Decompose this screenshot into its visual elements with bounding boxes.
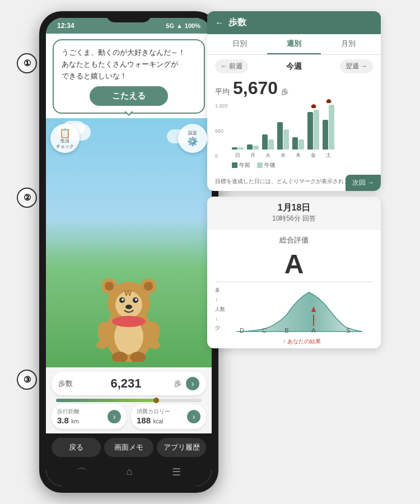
bell-svg-wrapper: D C B A S ↑ あなたの結果	[231, 287, 373, 346]
y-top: 1,920	[215, 103, 228, 109]
steps-value: 6,231	[78, 376, 174, 391]
steps-progress-fill	[56, 399, 158, 402]
steps-unit: 歩	[174, 379, 181, 389]
svg-rect-14	[119, 319, 139, 324]
answer-button[interactable]: こたえる	[90, 86, 168, 106]
distance-detail-button[interactable]: ›	[108, 410, 121, 423]
current-week-label: 今週	[253, 62, 335, 72]
bar-day-label-水: 水	[281, 152, 286, 159]
y-mid: 960	[215, 128, 228, 134]
svg-point-4	[105, 282, 114, 291]
eval-header: 1月18日 10時56分 回答	[207, 197, 381, 230]
chart-bars: 日月火水木🌰金🌰土	[232, 103, 373, 159]
life-check-label: 生活チェック	[56, 138, 74, 149]
svg-text:A: A	[311, 327, 316, 334]
calories-stat: 消費カロリー 188 kcal ›	[131, 404, 206, 429]
eval-divider	[215, 282, 373, 282]
distance-stat: 歩行距離 3.8 km ›	[52, 404, 127, 429]
legend-morning-label: 午前	[239, 161, 250, 169]
calories-unit: kcal	[153, 418, 163, 424]
y-few: 少	[215, 324, 225, 332]
week-nav: ← 前週 今週 翌週 →	[207, 55, 381, 78]
sub-stats: 歩行距離 3.8 km › 消費カロリー 188 kcal	[52, 404, 206, 429]
eval-date: 1月18日	[215, 202, 373, 214]
bar-day-label-金: 金	[311, 152, 316, 159]
steps-progress-bar	[56, 399, 202, 402]
settings-button[interactable]: 設定 ⚙️	[178, 124, 207, 153]
bar-morning-水	[277, 122, 283, 150]
bar-day-label-日: 日	[235, 152, 240, 159]
system-navigation: ⌒ ⌂ ☰	[46, 461, 212, 486]
y-many: 多	[215, 287, 225, 294]
distance-value: 3.8	[57, 416, 69, 425]
speech-text: うごくま、動くのが大好きなんだ～！あなたともたくさんウォーキングができると嬉しい…	[62, 47, 196, 82]
y-people: 人数	[215, 306, 225, 313]
recent-system-button[interactable]: ☰	[172, 466, 181, 479]
circle-marker-3: ③	[17, 370, 37, 390]
circle-marker-2: ②	[17, 188, 37, 208]
bottom-navigation: 戻る 画面メモ アプリ履歴	[46, 433, 212, 461]
bar-pair-木	[292, 137, 304, 150]
prev-week-button[interactable]: ← 前週	[215, 59, 248, 73]
your-result-text: あなたの結果	[287, 338, 321, 344]
back-button[interactable]: 戻る	[52, 438, 101, 457]
bar-chart: 1,920 960 0 日月火水木🌰金🌰土	[215, 103, 373, 159]
bar-afternoon-日	[238, 147, 244, 150]
legend-afternoon-label: 午後	[264, 161, 276, 169]
memo-button[interactable]: 画面メモ	[104, 438, 153, 457]
your-result-label: ↑ あなたの結果	[231, 338, 373, 346]
svg-text:C: C	[262, 327, 267, 334]
bar-group-月: 月	[247, 143, 259, 159]
bar-day-label-月: 月	[250, 152, 255, 159]
chart-y-labels: 1,920 960 0	[215, 103, 228, 159]
bar-pair-火	[262, 134, 274, 150]
life-check-button[interactable]: 📋 生活チェック	[50, 124, 80, 153]
bar-afternoon-木	[298, 139, 304, 150]
back-system-button[interactable]: ⌒	[77, 466, 87, 479]
circle-marker-1: ①	[17, 53, 37, 73]
tab-monthly[interactable]: 月別	[321, 34, 375, 54]
svg-point-11	[135, 298, 137, 301]
phone-shell: 12:34 5G ▲ 100% うごくま、動くのが大好きなんだ～！あなたともたく…	[39, 11, 218, 493]
bar-group-水: 水	[277, 121, 289, 159]
legend-afternoon: 午後	[257, 161, 276, 169]
bar-morning-土	[323, 120, 328, 150]
distance-label: 歩行距離	[57, 408, 101, 416]
bar-day-label-火: 火	[265, 152, 270, 159]
svg-text:D: D	[240, 327, 244, 334]
history-button[interactable]: アプリ履歴	[157, 438, 206, 457]
avg-steps: 平均 5,670 歩	[207, 78, 381, 103]
next-week-button[interactable]: 翌週 →	[340, 59, 373, 73]
svg-point-18	[149, 341, 160, 349]
bar-afternoon-月	[253, 146, 259, 150]
chart-legend: 午前 午後	[232, 161, 373, 169]
bar-group-日: 日	[232, 146, 244, 159]
bar-morning-火	[262, 134, 268, 150]
notch	[106, 11, 151, 22]
right-panels: ← 歩数 日別 週別 月別 ← 前週 今週 翌週 → 平均 5,670 歩 1,…	[207, 11, 381, 348]
tab-bar: 日別 週別 月別	[207, 34, 381, 55]
home-system-button[interactable]: ⌂	[127, 466, 133, 479]
bar-pair-土	[323, 105, 334, 150]
speech-bubble: うごくま、動くのが大好きなんだ～！あなたともたくさんウォーキングができると嬉しい…	[53, 39, 205, 114]
panel-back-arrow[interactable]: ←	[215, 18, 224, 28]
status-time: 12:34	[57, 22, 74, 30]
bell-y-labels: 多 ↑ 人数 ↓ 少	[215, 287, 225, 332]
distance-unit: km	[71, 418, 78, 424]
steps-detail-button[interactable]: ›	[186, 377, 199, 390]
eval-section-title: 総合評価	[215, 235, 373, 245]
legend-morning: 午前	[232, 161, 250, 169]
tab-weekly[interactable]: 週別	[267, 34, 321, 54]
bar-group-土: 🌰土	[323, 99, 334, 159]
next-button[interactable]: 次回 →	[346, 175, 381, 191]
steps-panel-header: ← 歩数	[207, 11, 381, 34]
y-up: ↑	[215, 297, 225, 302]
bar-morning-金	[307, 112, 313, 150]
svg-text:B: B	[284, 327, 288, 334]
bar-chart-area: 1,920 960 0 日月火水木🌰金🌰土 午前 午後	[207, 103, 381, 174]
calories-detail-button[interactable]: ›	[187, 410, 200, 423]
avg-label: 平均	[215, 87, 230, 97]
bar-pair-水	[277, 122, 289, 150]
battery-indicator: 100%	[185, 22, 200, 29]
tab-daily[interactable]: 日別	[213, 34, 267, 54]
